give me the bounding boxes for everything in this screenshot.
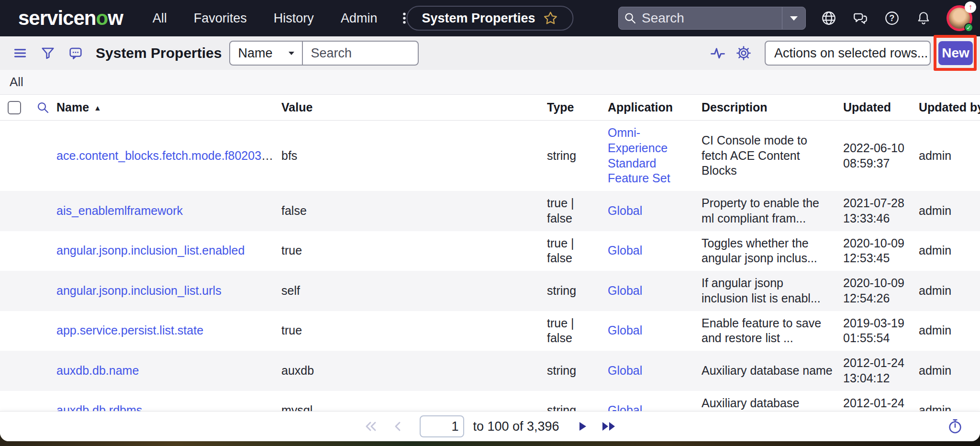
- property-name-link[interactable]: angular.jsonp.inclusion_list.urls: [56, 284, 222, 297]
- column-search-icon[interactable]: [30, 100, 56, 115]
- property-name-link[interactable]: auxdb.db.name: [56, 364, 139, 377]
- list-settings-gear-icon[interactable]: [734, 44, 753, 63]
- first-page-icon[interactable]: [359, 416, 382, 437]
- application-link[interactable]: Global: [608, 403, 642, 412]
- table-row[interactable]: angular.jsonp.inclusion_list.enabled tru…: [0, 231, 980, 271]
- column-header-type[interactable]: Type: [547, 100, 608, 114]
- actions-dropdown[interactable]: Actions on selected rows...: [765, 41, 931, 66]
- updated-cell: 2012-01-24 13:04:23: [843, 391, 919, 412]
- updated-cell: 2021-07-28 13:33:46: [843, 191, 919, 231]
- property-name-link[interactable]: app.service.persist.list.state: [56, 323, 203, 337]
- toolbar-right-cluster: Actions on selected rows... New: [708, 41, 973, 66]
- description-cell: Toggles whether the angular jsonp inclus…: [702, 231, 843, 271]
- last-page-icon[interactable]: [598, 416, 621, 437]
- column-header-description[interactable]: Description: [702, 100, 843, 114]
- table-row[interactable]: ace.content_blocks.fetch.mode.f80203e4c3…: [0, 121, 980, 191]
- main-nav: All Favorites History Admin: [153, 11, 378, 26]
- column-header-application[interactable]: Application: [608, 100, 702, 114]
- chat-icon[interactable]: [852, 10, 869, 27]
- servicenow-window: servicenow All Favorites History Admin S…: [0, 0, 980, 441]
- property-type-cell: true | false: [547, 311, 608, 351]
- description-cell: If angular jsonp inclusion list is enabl…: [702, 271, 843, 311]
- notifications-bell-icon[interactable]: [915, 10, 932, 27]
- description-cell: Auxiliary database RDBMS: [702, 391, 843, 412]
- property-type-cell: string: [547, 144, 608, 168]
- property-type-cell: string: [547, 279, 608, 303]
- actions-dropdown-label: Actions on selected rows...: [774, 46, 928, 61]
- application-link[interactable]: Global: [608, 204, 642, 217]
- nav-item-favorites[interactable]: Favorites: [194, 11, 247, 26]
- new-record-button[interactable]: New: [938, 41, 973, 65]
- property-value-cell: mysql: [281, 398, 547, 412]
- application-link[interactable]: Global: [608, 244, 642, 257]
- breadcrumb-all[interactable]: All: [10, 75, 23, 89]
- property-type-cell: string: [547, 358, 608, 383]
- property-name-link[interactable]: ais_enablemlframework: [56, 204, 183, 217]
- search-field-selector[interactable]: Name: [230, 42, 302, 65]
- list-toolbar: System Properties Name Actions on select…: [0, 36, 980, 70]
- updated-by-cell: admin: [919, 238, 980, 263]
- activity-pulse-icon[interactable]: [708, 44, 727, 63]
- property-value-cell: true: [281, 238, 547, 263]
- header-right-cluster: ? ↑ ✓: [618, 5, 972, 31]
- application-link[interactable]: Omni-Experience Standard Feature Set: [608, 126, 670, 185]
- column-header-value[interactable]: Value: [281, 100, 547, 114]
- column-header-name[interactable]: Name▲: [56, 100, 281, 114]
- favorite-star-icon[interactable]: [543, 11, 558, 26]
- column-header-updated[interactable]: Updated: [843, 100, 919, 114]
- column-header-updated-by[interactable]: Updated by: [919, 100, 980, 114]
- nav-item-history[interactable]: History: [274, 11, 314, 26]
- table-row[interactable]: app.service.persist.list.state true true…: [0, 311, 980, 351]
- list-title: System Properties: [96, 45, 222, 61]
- nav-item-all[interactable]: All: [153, 11, 167, 26]
- property-name-link[interactable]: angular.jsonp.inclusion_list.enabled: [56, 244, 245, 257]
- updated-by-cell: admin: [919, 144, 980, 168]
- top-header: servicenow All Favorites History Admin S…: [0, 0, 980, 36]
- global-search[interactable]: [618, 7, 806, 30]
- property-type-cell: true | false: [547, 231, 608, 271]
- property-value-cell: true: [281, 318, 547, 343]
- pagination-range-text: to 100 of 3,396: [473, 419, 559, 434]
- updated-by-cell: admin: [919, 199, 980, 223]
- property-type-cell: string: [547, 398, 608, 412]
- context-pill[interactable]: System Properties: [406, 6, 573, 31]
- property-value-cell: false: [281, 199, 547, 223]
- updated-by-cell: admin: [919, 358, 980, 383]
- description-cell: Enable feature to save and restore list …: [702, 311, 843, 351]
- application-link[interactable]: Global: [608, 364, 642, 377]
- impersonation-badge-icon: ↑: [965, 1, 976, 13]
- list-menu-icon[interactable]: [11, 44, 30, 63]
- response-time-icon[interactable]: [946, 417, 965, 436]
- updated-cell: 2022-06-10 08:59:37: [843, 136, 919, 176]
- help-icon[interactable]: ?: [883, 10, 901, 27]
- nav-item-admin[interactable]: Admin: [341, 11, 378, 26]
- property-name-link[interactable]: ace.content_blocks.fetch.mode.f80203e4c3…: [56, 149, 281, 162]
- previous-page-icon[interactable]: [386, 416, 409, 437]
- list-comments-icon[interactable]: [66, 44, 85, 63]
- updated-by-cell: admin: [919, 279, 980, 303]
- select-all-checkbox[interactable]: [8, 101, 21, 114]
- property-value-cell: self: [281, 279, 547, 303]
- search-field-selected: Name: [238, 46, 272, 61]
- search-scope-dropdown[interactable]: [782, 7, 805, 29]
- property-name-link[interactable]: auxdb.db.rdbms: [56, 403, 142, 412]
- next-page-icon[interactable]: [571, 416, 594, 437]
- user-avatar[interactable]: ↑ ✓: [947, 5, 972, 31]
- table-row[interactable]: ais_enablemlframework false true | false…: [0, 191, 980, 231]
- application-link[interactable]: Global: [608, 323, 642, 337]
- application-link[interactable]: Global: [608, 284, 642, 297]
- updated-cell: 2020-10-09 12:53:45: [843, 231, 919, 271]
- updated-cell: 2012-01-24 13:04:12: [843, 351, 919, 391]
- filter-icon[interactable]: [38, 44, 57, 63]
- table-row[interactable]: angular.jsonp.inclusion_list.urls self s…: [0, 271, 980, 311]
- chevron-down-icon: [288, 50, 295, 56]
- servicenow-logo[interactable]: servicenow: [18, 7, 123, 30]
- table-row[interactable]: auxdb.db.rdbms mysql string Global Auxil…: [0, 391, 980, 412]
- page-number-input[interactable]: [420, 415, 464, 437]
- logo-text: servicen: [18, 7, 96, 30]
- list-search-input[interactable]: [303, 46, 418, 61]
- global-search-input[interactable]: [642, 11, 782, 26]
- globe-icon[interactable]: [820, 10, 837, 27]
- table-row[interactable]: auxdb.db.name auxdb string Global Auxili…: [0, 351, 980, 391]
- logo-text-end: w: [108, 7, 123, 30]
